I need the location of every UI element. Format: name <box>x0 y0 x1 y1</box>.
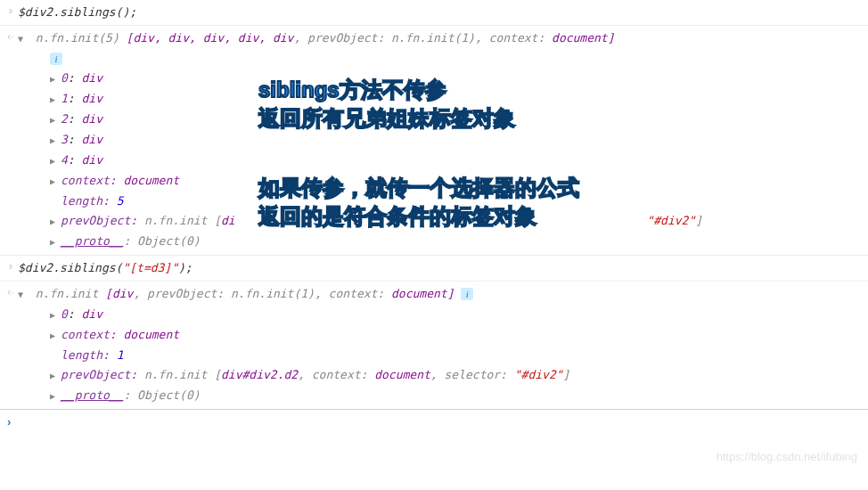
prop-length: length: 1 <box>18 346 861 365</box>
prop-1[interactable]: 1: div <box>18 89 861 110</box>
input-code[interactable]: $div2.siblings(); <box>18 3 861 22</box>
prompt-caret-icon: › <box>7 415 11 429</box>
prop-prevobject[interactable]: prevObject: n.fn.init [di "#div2"] <box>18 211 861 232</box>
close-bracket: ] <box>447 287 454 300</box>
ctx-val: document <box>391 287 447 300</box>
prop-0[interactable]: 0: div <box>18 69 861 89</box>
info-icon[interactable]: i <box>50 53 62 65</box>
expand-icon[interactable] <box>18 285 29 305</box>
prevobj-label: prevObject: <box>147 287 224 300</box>
expand-icon[interactable] <box>50 387 61 406</box>
expand-icon[interactable] <box>50 90 61 110</box>
prop-3[interactable]: 3: div <box>18 130 861 151</box>
expand-icon[interactable] <box>18 29 29 49</box>
expand-icon[interactable] <box>50 366 61 386</box>
prop-context[interactable]: context: document <box>18 171 861 192</box>
console-input-1: › $div2.siblings(); <box>0 0 868 26</box>
ctx-val: document <box>552 31 608 45</box>
expand-icon[interactable] <box>50 172 61 192</box>
init-label: n.fn.init(5) <box>36 31 119 45</box>
output-marker: ‹· <box>4 29 18 45</box>
prop-proto[interactable]: __proto__: Object(0) <box>18 232 861 252</box>
prevobj-label: prevObject: <box>307 31 384 45</box>
console-input-2: › $div2.siblings("[t=d3]"); <box>0 256 868 282</box>
expand-icon[interactable] <box>50 233 61 252</box>
prop-length: length: 5 <box>18 192 861 211</box>
result-header[interactable]: n.fn.init [div, prevObject: n.fn.init(1)… <box>18 284 861 305</box>
output-content[interactable]: n.fn.init [div, prevObject: n.fn.init(1)… <box>18 284 861 406</box>
console-prompt[interactable]: › <box>0 409 868 434</box>
result-header[interactable]: n.fn.init(5) [div, div, div, div, div, p… <box>18 29 861 49</box>
info-row: i <box>18 49 861 69</box>
input-marker: › <box>4 258 18 274</box>
ctx-label: context: <box>329 287 385 300</box>
console-output-1: ‹· n.fn.init(5) [div, div, div, div, div… <box>0 26 868 256</box>
console-output-2: ‹· n.fn.init [div, prevObject: n.fn.init… <box>0 282 868 409</box>
prevobj-val: n.fn.init(1) <box>391 31 475 45</box>
watermark: https://blog.csdn.net/ifubing <box>717 450 857 463</box>
info-icon[interactable]: i <box>461 288 473 300</box>
expand-icon[interactable] <box>50 212 61 232</box>
output-marker: ‹· <box>4 284 18 300</box>
expand-icon[interactable] <box>50 69 61 89</box>
output-content[interactable]: n.fn.init(5) [div, div, div, div, div, p… <box>18 29 861 252</box>
prevobj-val: n.fn.init(1) <box>231 287 315 300</box>
input-marker: › <box>4 3 18 19</box>
input-code[interactable]: $div2.siblings("[t=d3]"); <box>18 258 861 278</box>
array-items: [div, div, div, div, div <box>127 31 294 45</box>
expand-icon[interactable] <box>50 110 61 130</box>
expand-icon[interactable] <box>50 306 61 325</box>
prop-prevobject[interactable]: prevObject: n.fn.init [div#div2.d2, cont… <box>18 365 861 386</box>
expand-icon[interactable] <box>50 326 61 346</box>
prop-0[interactable]: 0: div <box>18 305 861 325</box>
ctx-label: context: <box>489 31 545 45</box>
prop-context[interactable]: context: document <box>18 325 861 346</box>
close-bracket: ] <box>608 31 615 45</box>
init-label: n.fn.init <box>36 287 98 300</box>
expand-icon[interactable] <box>50 131 61 151</box>
prop-2[interactable]: 2: div <box>18 110 861 130</box>
prop-proto[interactable]: __proto__: Object(0) <box>18 386 861 406</box>
expand-icon[interactable] <box>50 151 61 171</box>
prop-4[interactable]: 4: div <box>18 151 861 171</box>
